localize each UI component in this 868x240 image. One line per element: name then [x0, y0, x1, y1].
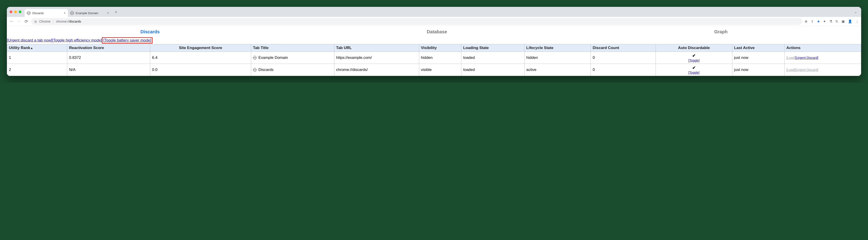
- window-controls: [9, 10, 22, 13]
- sort-asc-icon: ▲: [30, 46, 33, 50]
- refresh-icon[interactable]: ↻: [835, 20, 838, 24]
- address-label: Chrome: [39, 20, 51, 23]
- close-tab-icon[interactable]: ×: [64, 11, 66, 15]
- tab-database[interactable]: Database: [427, 29, 447, 34]
- chrome-logo-icon: ◎: [34, 20, 37, 23]
- side-panel-icon[interactable]: ▣: [842, 20, 845, 24]
- tab-graph[interactable]: Graph: [714, 29, 727, 34]
- browser-tab-0[interactable]: Discards ×: [25, 9, 68, 17]
- urgent-discard-link[interactable]: [Urgent Discard]: [795, 68, 818, 72]
- cell-visibility: visible: [419, 64, 461, 76]
- cell-visibility: hidden: [419, 52, 461, 64]
- page-tabs: Discards Database Graph: [7, 26, 861, 37]
- globe-icon: [253, 68, 257, 72]
- highlight-box: [Toggle battery saver mode]: [102, 37, 153, 43]
- extensions-icon[interactable]: ✦: [823, 20, 826, 24]
- cell-engagement: 6.4: [150, 52, 251, 64]
- cell-actions: [Load][Urgent Discard]: [784, 64, 861, 76]
- col-tab-title[interactable]: Tab Title: [251, 44, 334, 52]
- toggle-auto-discardable-link[interactable]: [Toggle]: [688, 71, 700, 74]
- toggle-auto-discardable-link[interactable]: [Toggle]: [688, 59, 700, 62]
- col-lifecycle-state[interactable]: Lifecycle State: [524, 44, 591, 52]
- toggle-battery-saver-link[interactable]: [Toggle battery saver mode]: [103, 38, 151, 42]
- col-tab-url[interactable]: Tab URL: [334, 44, 419, 52]
- globe-icon: [27, 11, 31, 15]
- share-icon[interactable]: ⇪: [811, 20, 814, 24]
- cell-reactivation: 0.8372: [67, 52, 150, 64]
- col-actions[interactable]: Actions: [784, 44, 861, 52]
- close-tab-icon[interactable]: ×: [107, 11, 109, 15]
- cell-last-active: just now: [732, 52, 784, 64]
- close-window-button[interactable]: [9, 10, 12, 13]
- tabs-dropdown-icon[interactable]: ⌄: [853, 10, 859, 14]
- tab-title: Example Domain: [76, 11, 98, 15]
- cell-url: chrome://discards/: [334, 64, 419, 76]
- forward-button[interactable]: →: [17, 19, 22, 24]
- minimize-window-button[interactable]: [14, 10, 17, 13]
- col-auto-discardable[interactable]: Auto Discardable: [656, 44, 733, 52]
- urgent-discard-link[interactable]: [Urgent Discard]: [795, 56, 818, 60]
- globe-icon: [70, 11, 74, 15]
- toolbar-right: ⊕ ⇪ ★ ✦ ⚗ ↻ ▣ 👤 ⋮: [805, 20, 859, 24]
- cell-loading: loaded: [461, 52, 524, 64]
- cell-rank: 2: [7, 64, 67, 76]
- new-tab-button[interactable]: ＋: [111, 9, 121, 14]
- cell-title: Discards: [251, 64, 334, 76]
- address-text: chrome://discards: [56, 20, 81, 23]
- cell-discard-count: 0: [591, 52, 656, 64]
- cell-auto-discardable: ✔[Toggle]: [656, 64, 733, 76]
- cell-lifecycle: hidden: [524, 52, 591, 64]
- table-row: 2N/A0.0Discardschrome://discards/visible…: [7, 64, 861, 76]
- col-site-engagement[interactable]: Site Engagement Score: [150, 44, 251, 52]
- col-loading-state[interactable]: Loading State: [461, 44, 524, 52]
- col-utility-rank[interactable]: Utility Rank▲: [7, 44, 67, 52]
- cell-title: Example Domain: [251, 52, 334, 64]
- cell-auto-discardable: ✔[Toggle]: [656, 52, 733, 64]
- col-visibility[interactable]: Visibility: [419, 44, 461, 52]
- toolbar: ← → ⟳ ◎ Chrome | chrome://discards ⊕ ⇪ ★…: [7, 17, 861, 26]
- check-icon: ✔: [692, 65, 696, 70]
- cell-lifecycle: active: [524, 64, 591, 76]
- maximize-window-button[interactable]: [19, 10, 22, 13]
- reload-button[interactable]: ⟳: [24, 19, 29, 24]
- load-link[interactable]: [Load]: [786, 56, 795, 60]
- cell-reactivation: N/A: [67, 64, 150, 76]
- cell-discard-count: 0: [591, 64, 656, 76]
- action-link-row: [Urgent discard a tab now][Toggle high e…: [7, 37, 861, 44]
- col-reactivation-score[interactable]: Reactivation Score: [67, 44, 150, 52]
- globe-icon: [253, 56, 257, 60]
- check-icon: ✔: [692, 53, 696, 58]
- divider: |: [53, 20, 54, 23]
- cell-engagement: 0.0: [150, 64, 251, 76]
- urgent-discard-link[interactable]: [Urgent discard a tab now]: [7, 38, 52, 42]
- toggle-high-efficiency-link[interactable]: [Toggle high efficiency mode]: [52, 38, 102, 42]
- discards-table: Utility Rank▲ Reactivation Score Site En…: [7, 44, 861, 76]
- menu-icon[interactable]: ⋮: [856, 20, 859, 24]
- tab-strip: Discards × Example Domain × ＋ ⌄: [7, 7, 861, 17]
- profile-icon[interactable]: 👤: [848, 20, 852, 24]
- address-bar[interactable]: ◎ Chrome | chrome://discards: [31, 18, 802, 25]
- back-button[interactable]: ←: [9, 19, 14, 24]
- cell-actions: [Load][Urgent Discard]: [784, 52, 861, 64]
- tab-discards[interactable]: Discards: [141, 29, 160, 34]
- cell-rank: 1: [7, 52, 67, 64]
- cell-loading: loaded: [461, 64, 524, 76]
- load-link[interactable]: [Load]: [786, 68, 795, 72]
- col-last-active[interactable]: Last Active: [732, 44, 784, 52]
- browser-window: Discards × Example Domain × ＋ ⌄ ← → ⟳ ◎ …: [7, 7, 861, 76]
- zoom-icon[interactable]: ⊕: [805, 20, 808, 24]
- browser-tab-1[interactable]: Example Domain ×: [68, 9, 111, 17]
- table-row: 10.83726.4Example Domainhttps://example.…: [7, 52, 861, 64]
- labs-icon[interactable]: ⚗: [829, 20, 832, 24]
- bookmark-star-icon[interactable]: ★: [817, 20, 820, 24]
- tab-title: Discards: [32, 11, 44, 15]
- col-discard-count[interactable]: Discard Count: [591, 44, 656, 52]
- cell-url: https://example.com/: [334, 52, 419, 64]
- cell-last-active: just now: [732, 64, 784, 76]
